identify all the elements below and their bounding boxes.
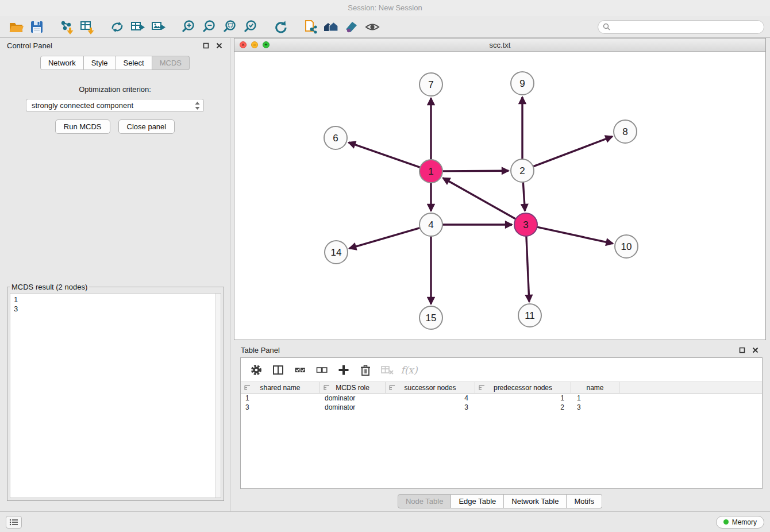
column-header-shared-name[interactable]: shared name: [241, 382, 320, 393]
memory-button[interactable]: Memory: [716, 516, 764, 529]
function-builder-button[interactable]: f(x): [399, 361, 419, 379]
graph-node-3[interactable]: 3: [514, 213, 537, 236]
graph-node-14[interactable]: 14: [325, 241, 348, 264]
zoom-window-button[interactable]: +: [263, 41, 270, 48]
result-scrollbar[interactable]: [215, 294, 221, 498]
control-panel-title: Control Panel: [7, 41, 52, 50]
svg-text:9: 9: [519, 78, 525, 89]
graph-node-11[interactable]: 11: [518, 304, 541, 327]
refresh-view-button[interactable]: [270, 18, 291, 36]
import-table-button[interactable]: [77, 18, 98, 36]
table-settings-button[interactable]: [247, 361, 266, 379]
column-header-successor-nodes[interactable]: successor nodes: [386, 382, 475, 393]
table-row[interactable]: 1 dominator 4 1 1: [241, 394, 762, 403]
search-input[interactable]: [613, 23, 759, 31]
tab-network-table[interactable]: Network Table: [504, 494, 567, 508]
graph-edge-3-10[interactable]: [537, 227, 613, 244]
apply-style-button[interactable]: [341, 18, 362, 36]
tab-node-table[interactable]: Node Table: [398, 494, 452, 508]
float-panel-button[interactable]: [202, 41, 210, 49]
cell-successor-nodes[interactable]: 4: [386, 394, 475, 403]
graph-node-9[interactable]: 9: [511, 72, 534, 95]
export-image-button[interactable]: [148, 18, 169, 36]
run-mcds-button[interactable]: Run MCDS: [55, 119, 110, 134]
import-table-icon: [79, 19, 95, 35]
open-session-button[interactable]: [6, 18, 26, 36]
tab-mcds[interactable]: MCDS: [152, 56, 190, 70]
graph-node-6[interactable]: 6: [324, 126, 347, 149]
table-row[interactable]: 3 dominator 3 2 3: [241, 403, 762, 412]
graph-edge-1-2[interactable]: [442, 171, 509, 171]
new-network-from-selection-button[interactable]: [300, 18, 321, 36]
graph-edge-2-3[interactable]: [523, 182, 525, 211]
deselect-all-button[interactable]: [312, 361, 332, 379]
svg-text:2: 2: [519, 165, 525, 176]
cell-successor-nodes[interactable]: 3: [386, 403, 475, 412]
fx-icon: f(x): [401, 364, 417, 376]
close-panel-button[interactable]: [215, 41, 223, 49]
graph-node-8[interactable]: 8: [614, 120, 637, 143]
close-window-button[interactable]: ×: [240, 41, 247, 48]
mcds-result-area[interactable]: 1 3: [10, 293, 221, 498]
graph-node-10[interactable]: 10: [615, 235, 638, 258]
close-table-panel-button[interactable]: [751, 346, 759, 354]
graph-node-7[interactable]: 7: [419, 73, 442, 96]
cell-mcds-role[interactable]: dominator: [320, 394, 386, 403]
home-button[interactable]: [321, 18, 341, 36]
export-network-button[interactable]: [107, 18, 128, 36]
network-canvas[interactable]: 7968124314101511: [234, 52, 765, 340]
graph-edge-3-11[interactable]: [526, 236, 529, 302]
minimize-window-button[interactable]: −: [251, 41, 258, 48]
float-table-panel-button[interactable]: [738, 346, 746, 354]
select-all-button[interactable]: [290, 361, 310, 379]
close-panel-action-button[interactable]: Close panel: [118, 119, 175, 134]
export-network-icon: [109, 19, 125, 35]
show-panels-button[interactable]: [6, 516, 22, 529]
columns-icon: [272, 364, 284, 376]
column-header-predecessor-nodes[interactable]: predecessor nodes: [475, 382, 571, 393]
optimization-select[interactable]: strongly connected component: [26, 99, 204, 112]
zoom-in-button[interactable]: [178, 18, 199, 36]
cell-shared-name[interactable]: 1: [241, 394, 320, 403]
tab-motifs[interactable]: Motifs: [567, 494, 602, 508]
svg-text:10: 10: [621, 241, 632, 252]
trash-icon: [359, 364, 372, 376]
tab-select[interactable]: Select: [116, 56, 152, 70]
show-columns-button[interactable]: [268, 361, 288, 379]
svg-text:15: 15: [426, 313, 437, 323]
tab-network[interactable]: Network: [40, 56, 84, 70]
graph-node-15[interactable]: 15: [419, 306, 442, 329]
cell-name[interactable]: 1: [571, 394, 619, 403]
graph-node-2[interactable]: 2: [511, 159, 534, 182]
cell-name[interactable]: 3: [571, 403, 619, 412]
graph-node-1[interactable]: 1: [419, 160, 442, 183]
table-header-row: shared name MCDS role successor nodes: [241, 382, 762, 394]
cell-shared-name[interactable]: 3: [241, 403, 320, 412]
column-header-mcds-role[interactable]: MCDS role: [320, 382, 386, 393]
export-table-button[interactable]: [128, 18, 148, 36]
tab-edge-table[interactable]: Edge Table: [451, 494, 504, 508]
cell-predecessor-nodes[interactable]: 1: [475, 394, 571, 403]
zoom-selected-button[interactable]: [240, 18, 261, 36]
zoom-out-button[interactable]: [199, 18, 220, 36]
save-session-button[interactable]: [26, 18, 47, 36]
window-titlebar[interactable]: Session: New Session: [0, 0, 770, 16]
network-window-titlebar[interactable]: scc.txt × − +: [234, 38, 765, 52]
clear-table-button[interactable]: [378, 361, 397, 379]
show-graphics-details-button[interactable]: [362, 18, 383, 36]
graph-node-4[interactable]: 4: [419, 213, 442, 236]
add-column-button[interactable]: [334, 361, 353, 379]
svg-text:4: 4: [428, 219, 433, 230]
cell-mcds-role[interactable]: dominator: [320, 403, 386, 412]
toolbar-search[interactable]: [598, 20, 764, 34]
cell-predecessor-nodes[interactable]: 2: [475, 403, 571, 412]
tab-style[interactable]: Style: [84, 56, 116, 70]
zoom-fit-button[interactable]: [220, 18, 240, 36]
graph-edge-1-6[interactable]: [349, 142, 420, 168]
graph-edge-2-8[interactable]: [533, 137, 613, 167]
import-network-button[interactable]: [56, 18, 77, 36]
column-header-name[interactable]: name: [571, 382, 619, 393]
graph-edge-4-14[interactable]: [349, 228, 420, 249]
graph-edge-3-1[interactable]: [443, 178, 516, 219]
delete-column-button[interactable]: [356, 361, 375, 379]
